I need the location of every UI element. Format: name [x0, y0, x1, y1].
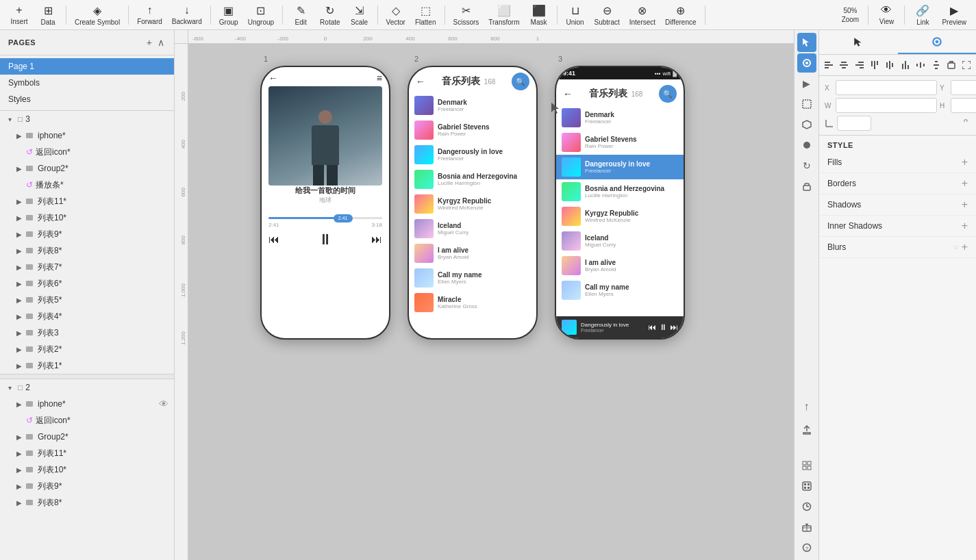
- tool-align-right[interactable]: [852, 57, 866, 73]
- layer-list8-2[interactable]: ▶ 列表8*: [0, 494, 174, 511]
- tool-align-left[interactable]: [821, 57, 836, 73]
- f3-list-item-5[interactable]: Kyrgyz Republic Winifred McKenzie: [556, 204, 684, 229]
- layer-list6-3[interactable]: ▶ 列表6*: [0, 275, 174, 292]
- strip-lock-btn[interactable]: [797, 177, 816, 196]
- toolbar-insert-btn[interactable]: + Insert: [5, 3, 33, 27]
- strip-resize-btn[interactable]: [797, 94, 816, 114]
- toolbar-data-btn[interactable]: ⊞ Data: [34, 3, 62, 27]
- f2-back-icon[interactable]: ←: [416, 76, 425, 87]
- layer-group-3[interactable]: ▾ □ 3: [0, 111, 174, 127]
- toolbar-scissors-btn[interactable]: ✂ Scissors: [449, 3, 484, 27]
- layer-list7-3[interactable]: ▶ 列表7*: [0, 259, 174, 275]
- tool-align-center-h[interactable]: [836, 57, 851, 73]
- blurs-toggle[interactable]: ○: [953, 242, 958, 252]
- sidebar-item-symbols[interactable]: Symbols: [0, 75, 174, 91]
- layer-list8-3[interactable]: ▶ 列表8*: [0, 242, 174, 259]
- toolbar-forward-btn[interactable]: ↑ Forward: [133, 3, 166, 27]
- toolbar-flatten-btn[interactable]: ⬚ Flatten: [411, 3, 440, 27]
- tool-delete[interactable]: [944, 57, 958, 73]
- f2-list-item-3[interactable]: Dangerously in love Freelancer: [409, 142, 536, 167]
- tool-dist-h[interactable]: [913, 57, 927, 73]
- tool-align-top[interactable]: [867, 57, 881, 73]
- f3-mini-prev-icon[interactable]: ⏮: [648, 322, 656, 332]
- canvas[interactable]: 1 2 3 ← ≡: [188, 44, 794, 560]
- canvas-area[interactable]: -600 -400 -200 0 200 400 600 800 1 200 4…: [175, 30, 794, 560]
- f3-list-item-3-active[interactable]: Dangerously in love Freelancer: [556, 155, 684, 179]
- layer-list10-2[interactable]: ▶ 列表10*: [0, 461, 174, 478]
- layer-playbar-3[interactable]: ↺ 播放条*: [0, 177, 174, 193]
- strip-rotate-btn[interactable]: ↻: [797, 156, 816, 175]
- f1-prev-icon[interactable]: ⏮: [268, 233, 279, 246]
- borders-row[interactable]: Borders +: [819, 173, 976, 194]
- toolbar-intersect-btn[interactable]: ⊗ Intersect: [625, 3, 660, 27]
- layer-list3-3[interactable]: ▶ 列表3: [0, 324, 174, 341]
- strip-symbol-btn[interactable]: [797, 115, 816, 134]
- f2-list-item-2[interactable]: Gabriel Stevens Rain Power: [409, 118, 536, 142]
- f2-search-btn[interactable]: 🔍: [512, 73, 529, 90]
- f2-list-item-7[interactable]: I am alive Bryan Amold: [409, 241, 536, 266]
- angle-input[interactable]: [837, 116, 871, 131]
- toolbar-transform-btn[interactable]: ⬜ Transform: [484, 3, 523, 27]
- f1-menu-icon[interactable]: ≡: [377, 73, 382, 84]
- f3-mini-next-icon[interactable]: ⏭: [670, 322, 678, 332]
- f2-list-item-6[interactable]: Iceland Miguel Curry: [409, 216, 536, 241]
- blurs-row[interactable]: Blurs ○ +: [819, 237, 976, 258]
- strip-export-btn[interactable]: [797, 420, 816, 440]
- blurs-add-btn[interactable]: +: [962, 241, 968, 253]
- f3-back-icon[interactable]: ←: [563, 88, 573, 99]
- f1-play-icon[interactable]: ⏸: [318, 231, 333, 249]
- strip-time-btn[interactable]: [797, 497, 816, 516]
- tool-dist-v[interactable]: [929, 57, 943, 73]
- f1-next-icon[interactable]: ⏭: [371, 233, 382, 246]
- toolbar-view-btn[interactable]: 👁 View: [873, 3, 900, 27]
- strip-upload-btn[interactable]: ↑: [797, 397, 816, 416]
- layer-iphone-2[interactable]: ▶ iphone* 👁: [0, 396, 174, 412]
- f2-list-item-9[interactable]: Miracle Katherine Gross: [409, 290, 536, 315]
- f3-list-item-7[interactable]: I am alive Bryan Amold: [556, 253, 684, 278]
- eye-icon[interactable]: 👁: [159, 398, 168, 409]
- f1-progress-bar[interactable]: 2:41: [268, 217, 382, 219]
- strip-fill-btn[interactable]: [797, 136, 816, 155]
- fills-add-btn[interactable]: +: [962, 156, 968, 168]
- layer-list10-3[interactable]: ▶ 列表10*: [0, 209, 174, 226]
- strip-select-btn[interactable]: [797, 33, 816, 52]
- layer-iphone-3[interactable]: ▶ iphone*: [0, 127, 174, 144]
- w-input[interactable]: [836, 98, 937, 113]
- toolbar-subtract-btn[interactable]: ⊖ Subtract: [590, 3, 624, 27]
- f2-list-item-1[interactable]: Denmark Freelancer: [409, 93, 536, 118]
- layer-back-icon-3[interactable]: ↺ 返回icon*: [0, 144, 174, 160]
- layer-group2-3[interactable]: ▶ Group2*: [0, 160, 174, 177]
- layer-list5-3[interactable]: ▶ 列表5*: [0, 292, 174, 308]
- toolbar-scale-btn[interactable]: ⇲ Scale: [346, 3, 373, 27]
- inner-shadows-row[interactable]: Inner Shadows +: [819, 216, 976, 237]
- f2-list-item-5[interactable]: Kyrgyz Republic Winifred McKenzie: [409, 192, 536, 216]
- f3-search-btn[interactable]: 🔍: [659, 85, 677, 103]
- h-input[interactable]: [951, 98, 976, 113]
- tool-align-middle[interactable]: [883, 57, 897, 73]
- toolbar-difference-btn[interactable]: ⊕ Difference: [661, 3, 700, 27]
- tab-style[interactable]: [898, 30, 977, 54]
- layer-list11-2[interactable]: ▶ 列表11*: [0, 445, 174, 461]
- strip-components-btn[interactable]: [797, 476, 816, 496]
- f1-progress-thumb[interactable]: 2:41: [334, 214, 353, 222]
- tool-fit[interactable]: [960, 57, 974, 73]
- layer-group2-2[interactable]: ▶ Group2*: [0, 429, 174, 445]
- strip-help-btn[interactable]: ?: [797, 538, 816, 557]
- toolbar-link-btn[interactable]: 🔗 Link: [909, 3, 936, 27]
- toolbar-rotate-btn[interactable]: ↻ Rotate: [316, 3, 344, 27]
- layer-list9-2[interactable]: ▶ 列表9*: [0, 478, 174, 494]
- tab-select[interactable]: [819, 30, 898, 54]
- tool-align-bottom[interactable]: [898, 57, 912, 73]
- toolbar-ungroup-btn[interactable]: ⊡ Ungroup: [244, 3, 278, 27]
- f3-list-item-2[interactable]: Gabriel Stevens Rain Power: [556, 130, 684, 155]
- f3-list-item-8[interactable]: Call my name Ellen Myers: [556, 278, 684, 303]
- f3-mini-play-icon[interactable]: ⏸: [659, 322, 667, 332]
- strip-gift-btn[interactable]: [797, 518, 816, 537]
- toolbar-union-btn[interactable]: ⊔ Union: [562, 3, 589, 27]
- toolbar-edit-btn[interactable]: ✎ Edit: [287, 3, 314, 27]
- layer-back-icon-2[interactable]: ↺ 返回icon*: [0, 412, 174, 429]
- layer-group-2[interactable]: ▾ □ 2: [0, 379, 174, 396]
- collapse-pages-btn[interactable]: ∧: [156, 36, 166, 49]
- toolbar-zoom-btn[interactable]: 50% Zoom: [836, 5, 864, 25]
- y-input[interactable]: [951, 80, 976, 95]
